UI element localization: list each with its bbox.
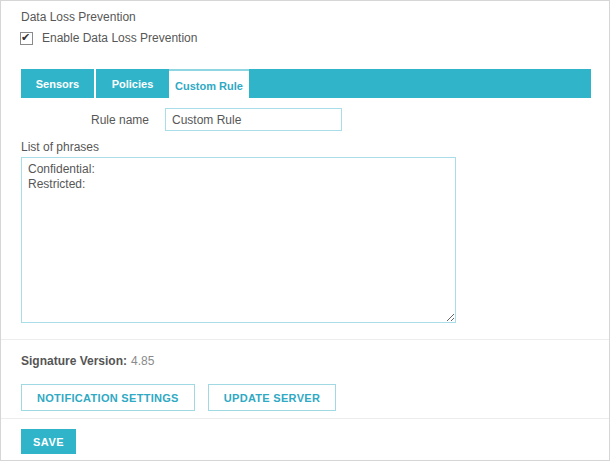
signature-version-value: 4.85	[131, 354, 154, 368]
dlp-settings-page: Data Loss Prevention Enable Data Loss Pr…	[0, 0, 610, 461]
list-of-phrases-textarea[interactable]: Confidential: Restricted:	[21, 157, 456, 323]
signature-version-row: Signature Version:4.85	[21, 354, 154, 368]
tab-sensors[interactable]: Sensors	[21, 69, 96, 98]
notification-settings-button[interactable]: NOTIFICATION SETTINGS	[21, 384, 195, 411]
save-button[interactable]: SAVE	[21, 429, 76, 454]
rule-name-input[interactable]	[165, 108, 342, 131]
rule-name-label: Rule name	[21, 113, 149, 127]
tab-strip: Sensors Policies Custom Rule	[21, 69, 591, 98]
tab-custom-rule[interactable]: Custom Rule	[169, 69, 249, 100]
update-server-button[interactable]: UPDATE SERVER	[208, 384, 336, 411]
enable-dlp-row: Enable Data Loss Prevention	[20, 31, 197, 45]
enable-dlp-label: Enable Data Loss Prevention	[42, 31, 197, 45]
tab-policies[interactable]: Policies	[96, 69, 169, 98]
section-divider	[1, 418, 610, 419]
list-of-phrases-label: List of phrases	[21, 140, 99, 154]
signature-version-label: Signature Version:	[21, 354, 127, 368]
enable-dlp-checkbox[interactable]	[20, 32, 33, 45]
page-title: Data Loss Prevention	[21, 10, 136, 24]
secondary-buttons-row: NOTIFICATION SETTINGS UPDATE SERVER	[21, 384, 336, 411]
section-divider	[1, 339, 610, 340]
